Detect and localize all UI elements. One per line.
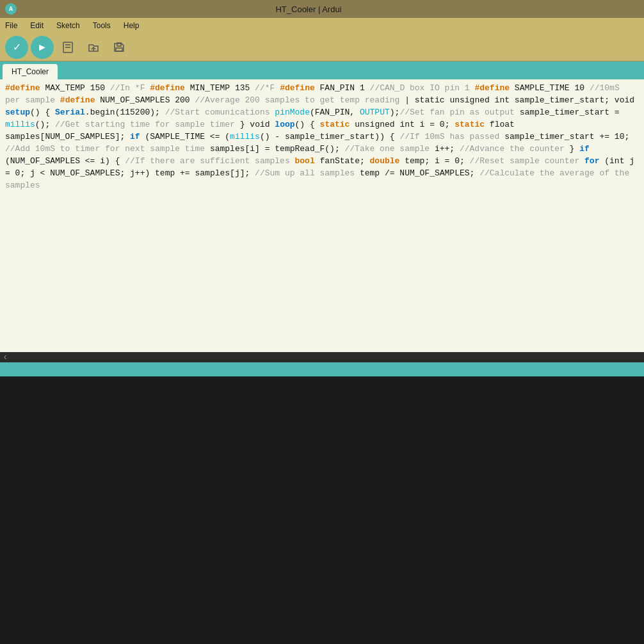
- menu-help[interactable]: Help: [121, 20, 142, 31]
- verify-button[interactable]: ✓: [5, 36, 28, 59]
- code-editor[interactable]: #define MAX_TEMP 150 //In *F #define MIN…: [0, 79, 644, 352]
- tab-bar: HT_Cooler: [0, 61, 644, 79]
- editor-container: #define MAX_TEMP 150 //In *F #define MIN…: [0, 79, 644, 644]
- svg-rect-5: [116, 48, 122, 51]
- menu-file[interactable]: File: [3, 20, 20, 31]
- tab-ht-cooler[interactable]: HT_Cooler: [3, 64, 58, 79]
- save-button[interactable]: [108, 36, 131, 59]
- title-bar: A HT_Cooler | Ardui: [0, 0, 644, 18]
- bottom-status-bar: [0, 362, 644, 376]
- menu-tools[interactable]: Tools: [90, 20, 113, 31]
- open-button[interactable]: [82, 36, 105, 59]
- toolbar: ✓ ►: [0, 33, 644, 61]
- title-text: HT_Cooler | Ardui: [275, 4, 341, 14]
- console-area: [0, 376, 644, 644]
- horizontal-scrollbar[interactable]: ‹: [0, 352, 644, 362]
- arduino-logo: A: [5, 3, 17, 15]
- menu-bar: File Edit Sketch Tools Help: [0, 18, 644, 33]
- menu-edit[interactable]: Edit: [28, 20, 46, 31]
- title-bar-left: A: [5, 3, 17, 15]
- logo-text: A: [9, 6, 13, 13]
- new-button[interactable]: [56, 36, 79, 59]
- upload-button[interactable]: ►: [31, 36, 54, 59]
- svg-rect-4: [117, 43, 121, 46]
- scroll-left-arrow[interactable]: ‹: [3, 352, 8, 362]
- menu-sketch[interactable]: Sketch: [54, 20, 83, 31]
